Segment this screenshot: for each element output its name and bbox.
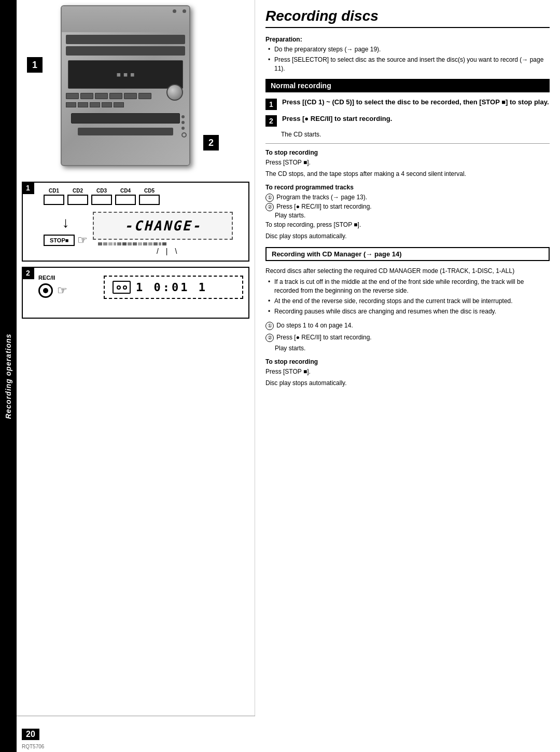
btn10 xyxy=(102,102,112,107)
step1-content-row: ↓ STOP■ ☞ -CHANGE- xyxy=(28,209,243,255)
stop2-text1: Press [STOP ■]. xyxy=(265,367,550,376)
cd-bullet-1: If a track is cut off in the middle at t… xyxy=(268,278,550,295)
tape-display-area: 1 0:01 1 xyxy=(73,273,243,299)
right-panel: Recording discs Preparation: Do the prep… xyxy=(255,0,560,752)
normal-recording-header: Normal recording xyxy=(265,79,550,92)
sidebar-label: Recording operations xyxy=(4,333,12,419)
cd-step1: ① Do steps 1 to 4 on page 14. xyxy=(265,321,550,331)
programmed-tracks-section: To record programmed tracks ① Program th… xyxy=(265,184,550,241)
seg8 xyxy=(133,242,137,245)
side-dots xyxy=(181,115,187,138)
rec-area: REC/II ☞ xyxy=(38,275,67,298)
step2-row: 2 Press [● REC/II] to start recording. xyxy=(265,114,550,127)
cd1-label: CD1 xyxy=(49,188,59,194)
rec-circle xyxy=(38,283,53,298)
circle-num-1: ① xyxy=(265,194,274,202)
sidebar: Recording operations xyxy=(0,0,17,752)
cd-slots-area xyxy=(62,32,189,60)
btn7 xyxy=(66,102,76,107)
stop-area: STOP■ ☞ xyxy=(44,234,88,247)
cd1-group: CD1 xyxy=(44,188,64,205)
seg9 xyxy=(138,242,142,245)
side-dot3 xyxy=(181,127,185,130)
step1-row: 1 Press [(CD 1) ~ (CD 5)] to select the … xyxy=(265,98,550,110)
btn6 xyxy=(138,93,151,99)
cd-bullet-3: Recording pauses while discs are changin… xyxy=(268,307,550,316)
btn9 xyxy=(90,102,100,107)
step2-num: 2 xyxy=(265,115,277,127)
step1-num: 1 xyxy=(265,99,277,110)
cd5-label: CD5 xyxy=(144,188,155,194)
cd4-group: CD4 xyxy=(115,188,136,205)
device-knob xyxy=(166,84,183,101)
side-dot2 xyxy=(181,121,185,124)
seg1 xyxy=(98,242,102,245)
arrow-lines: / | \ xyxy=(93,247,243,255)
stop-recording2-section: To stop recording Press [STOP ■]. Disc p… xyxy=(265,358,550,388)
cassette-slot xyxy=(71,113,179,124)
cd3-label: CD3 xyxy=(96,188,107,194)
prog-item2: ② Press [● REC/II] to start recording. xyxy=(265,202,550,211)
tape-icon xyxy=(113,281,131,294)
step2-sub: The CD starts. xyxy=(281,131,550,138)
seg12 xyxy=(153,242,158,245)
preparation-section: Preparation: Do the preparatory steps (→… xyxy=(265,36,550,73)
side-dot1 xyxy=(181,115,185,118)
seg3 xyxy=(108,242,113,245)
step2-bold: Press [● REC/II] to start recording. xyxy=(282,115,392,122)
stop2-text2: Disc play stops automatically. xyxy=(265,378,550,388)
stop-btn: STOP■ xyxy=(44,235,75,246)
seg14 xyxy=(162,242,166,245)
prep-label: Preparation: xyxy=(265,36,550,43)
cd4-label: CD4 xyxy=(120,188,131,194)
rec-btn-row: ☞ xyxy=(38,283,67,298)
cd-manager-bullets: If a track is cut off in the middle at t… xyxy=(265,278,550,316)
seg11 xyxy=(148,242,152,245)
hand-icon2: ☞ xyxy=(57,284,67,297)
cd-step2: ② Press [● REC/II] to start recording. xyxy=(265,333,550,343)
stop-recording-section: To stop recording Press [STOP ■]. The CD… xyxy=(265,149,550,179)
dot2 xyxy=(183,9,186,13)
left-panel: ■ ■ ■ xyxy=(17,0,255,716)
device-illustration: ■ ■ ■ xyxy=(22,5,229,176)
display-text: ■ ■ ■ xyxy=(117,71,134,78)
hand-icon1: ☞ xyxy=(77,234,88,247)
side-circle xyxy=(181,132,187,138)
btn8 xyxy=(78,102,88,107)
rec-dot xyxy=(43,288,48,293)
stop-text1: Press [STOP ■]. xyxy=(265,158,550,167)
cd4-btn xyxy=(115,195,136,205)
seg13 xyxy=(159,242,161,245)
cd3-btn xyxy=(91,195,112,205)
btn2 xyxy=(80,93,93,99)
page-number-area: 20 RQT5706 xyxy=(17,716,255,752)
programmed-label: To record programmed tracks xyxy=(265,184,550,191)
cd-slot2 xyxy=(66,46,185,56)
step1-text: Press [(CD 1) ~ (CD 5)] to select the di… xyxy=(282,98,549,107)
device-body: ■ ■ ■ xyxy=(61,5,190,166)
step2-diagram-label: 2 xyxy=(22,267,34,279)
seg4 xyxy=(114,242,116,245)
seg6 xyxy=(122,242,127,245)
prog-item1: ① Program the tracks (→ page 13). xyxy=(265,193,550,202)
prog-item3: Play starts. xyxy=(275,211,550,220)
page-container: Recording operations ■ ■ ■ xyxy=(0,0,560,752)
btn1 xyxy=(66,93,79,99)
seg10 xyxy=(143,242,147,245)
prog-item5: Disc play stops automatically. xyxy=(265,231,550,241)
stop-text2: The CD stops, and the tape stops after m… xyxy=(265,169,550,179)
device-display: ■ ■ ■ xyxy=(68,60,183,89)
tape-reels xyxy=(117,285,127,290)
tape-time: 1 0:01 1 xyxy=(136,281,207,294)
btn11 xyxy=(114,102,124,107)
divider1 xyxy=(265,143,550,144)
change-display-area: -CHANGE- xyxy=(93,209,243,255)
cd-circle-2: ② xyxy=(265,334,274,342)
cd-step3: Play starts. xyxy=(275,344,550,353)
step2-badge-device: 2 xyxy=(203,135,219,151)
step2-text: Press [● REC/II] to start recording. xyxy=(282,114,392,124)
prep-bullets: Do the preparatory steps (→ page 19). Pr… xyxy=(265,45,550,73)
page-title: Recording discs xyxy=(265,8,550,28)
seg7 xyxy=(128,242,132,245)
prep-bullet-1: Do the preparatory steps (→ page 19). xyxy=(268,45,550,54)
